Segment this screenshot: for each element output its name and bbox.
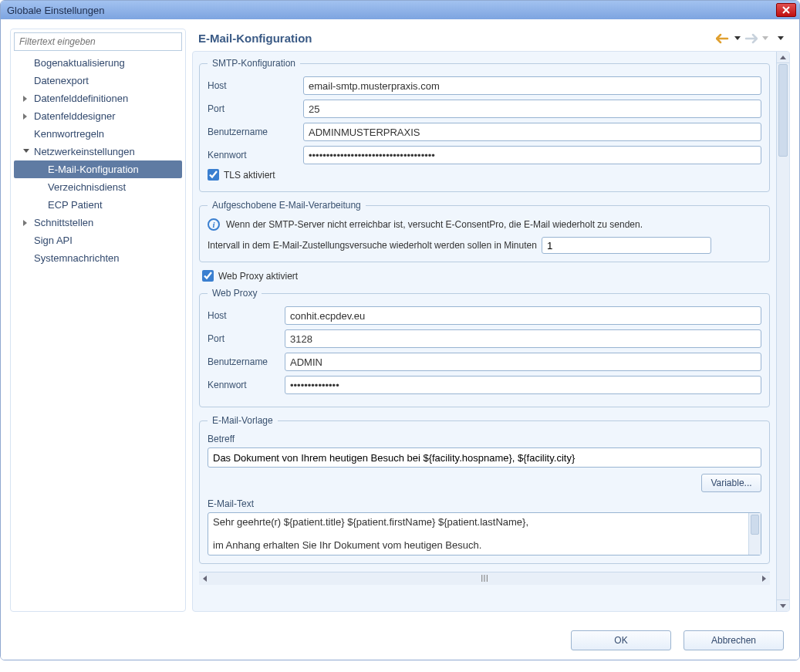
scroll-right-icon[interactable]: [758, 572, 770, 585]
dialog-footer: OK Abbrechen: [1, 621, 799, 660]
nav-toolbar: [716, 33, 784, 44]
deferred-info-text: Wenn der SMTP-Server nicht erreichbar is…: [226, 219, 643, 230]
vertical-scrollbar[interactable]: [776, 52, 789, 611]
textarea-scrollbar[interactable]: [748, 513, 761, 555]
sidebar-item-ecp-patient[interactable]: ECP Patient: [14, 196, 182, 214]
forward-button[interactable]: [744, 33, 758, 44]
scroll-up-icon[interactable]: [777, 52, 789, 63]
body-label: E-Mail-Text: [208, 498, 761, 509]
proxy-port-input[interactable]: [285, 329, 761, 348]
template-legend: E-Mail-Vorlage: [208, 415, 278, 426]
info-icon: i: [208, 218, 220, 231]
sidebar-item-datenfelddesigner[interactable]: Datenfelddesigner: [14, 107, 182, 125]
content-panel: E-Mail-Konfiguration: [192, 29, 790, 612]
scroll-left-icon[interactable]: [199, 572, 211, 585]
subject-input[interactable]: [208, 447, 761, 468]
chevron-down-icon: [23, 149, 29, 153]
body-text: Sehr geehrte(r) ${patient.title} ${patie…: [208, 513, 748, 555]
smtp-user-input[interactable]: [303, 123, 761, 141]
forward-dropdown[interactable]: [762, 36, 768, 40]
sidebar-item-verzeichnisdienst[interactable]: Verzeichnisdienst: [14, 178, 182, 196]
proxy-checkbox[interactable]: [202, 270, 214, 282]
smtp-host-label: Host: [208, 80, 303, 91]
sidebar-item-bogenaktualisierung[interactable]: Bogenaktualisierung: [14, 54, 182, 72]
interval-input[interactable]: [542, 237, 711, 254]
titlebar: Globale Einstellungen: [1, 1, 799, 19]
scroll-down-icon[interactable]: [777, 599, 789, 611]
sidebar-item-netzwerkeinstellungen[interactable]: Netzwerkeinstellungen: [14, 143, 182, 160]
proxy-host-label: Host: [208, 310, 285, 321]
smtp-host-input[interactable]: [303, 76, 761, 95]
chevron-right-icon: [23, 220, 27, 226]
deferred-fieldset: Aufgeschobene E-Mail-Verarbeitung i Wenn…: [199, 200, 770, 262]
proxy-legend: Web Proxy: [208, 288, 262, 299]
smtp-pass-label: Kennwort: [208, 150, 303, 160]
tls-label: TLS aktiviert: [224, 170, 275, 181]
deferred-legend: Aufgeschobene E-Mail-Verarbeitung: [208, 200, 366, 211]
chevron-right-icon: [23, 113, 27, 120]
proxy-user-input[interactable]: [285, 353, 761, 371]
back-dropdown[interactable]: [734, 36, 741, 40]
page-title: E-Mail-Konfiguration: [198, 32, 312, 45]
variable-button[interactable]: Variable...: [701, 474, 761, 492]
subject-label: Betreff: [208, 434, 761, 444]
sidebar-item-sign-api[interactable]: Sign API: [14, 231, 182, 249]
close-icon: [782, 6, 790, 14]
sidebar-item-email-konfiguration[interactable]: E-Mail-Konfiguration: [14, 160, 182, 178]
proxy-checkbox-label: Web Proxy aktiviert: [218, 271, 298, 282]
window-title: Globale Einstellungen: [7, 5, 104, 16]
proxy-pass-input[interactable]: [285, 376, 761, 394]
sidebar-item-datenfelddefinitionen[interactable]: Datenfelddefinitionen: [14, 89, 182, 107]
cancel-button[interactable]: Abbrechen: [684, 630, 784, 650]
proxy-pass-label: Kennwort: [208, 380, 285, 390]
interval-label: Intervall in dem E-Mail-Zustellungsversu…: [208, 240, 537, 251]
template-fieldset: E-Mail-Vorlage Betreff Variable... E-Mai…: [199, 415, 770, 564]
smtp-pass-input[interactable]: [303, 146, 761, 164]
sidebar: Bogenaktualisierung Datenexport Datenfel…: [10, 29, 186, 612]
dialog-body: Bogenaktualisierung Datenexport Datenfel…: [1, 19, 799, 660]
smtp-fieldset: SMTP-Konfiguration Host Port Benutzernam…: [199, 58, 770, 192]
sidebar-item-schnittstellen[interactable]: Schnittstellen: [14, 214, 182, 231]
ok-button[interactable]: OK: [571, 630, 671, 650]
smtp-user-label: Benutzername: [208, 127, 303, 137]
sidebar-item-kennwortregeln[interactable]: Kennwortregeln: [14, 125, 182, 143]
settings-dialog: Globale Einstellungen Bogenaktualisierun…: [0, 0, 800, 660]
proxy-user-label: Benutzername: [208, 356, 285, 367]
tls-checkbox[interactable]: [208, 169, 219, 181]
filter-input[interactable]: [14, 32, 182, 51]
scrollbar-thumb[interactable]: [778, 64, 788, 157]
close-button[interactable]: [776, 3, 796, 17]
chevron-right-icon: [23, 96, 27, 102]
proxy-port-label: Port: [208, 333, 285, 344]
sidebar-item-datenexport[interactable]: Datenexport: [14, 72, 182, 89]
sidebar-item-systemnachrichten[interactable]: Systemnachrichten: [14, 249, 182, 267]
menu-dropdown[interactable]: [778, 36, 784, 40]
smtp-port-label: Port: [208, 103, 303, 114]
back-button[interactable]: [716, 33, 730, 44]
body-textarea[interactable]: Sehr geehrte(r) ${patient.title} ${patie…: [208, 512, 761, 555]
form-scroll-area[interactable]: SMTP-Konfiguration Host Port Benutzernam…: [193, 52, 776, 611]
smtp-port-input[interactable]: [303, 100, 761, 118]
smtp-legend: SMTP-Konfiguration: [208, 58, 300, 69]
horizontal-scrollbar[interactable]: III: [199, 572, 770, 585]
proxy-fieldset: Web Proxy Host Port Benutzername: [199, 288, 770, 407]
proxy-host-input[interactable]: [285, 306, 761, 325]
